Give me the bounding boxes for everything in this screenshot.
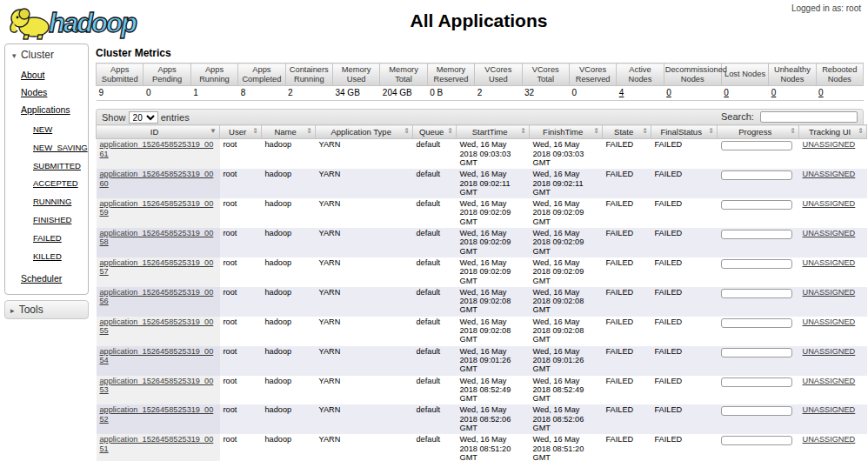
sidebar-item-state-finished[interactable]: FINISHED: [33, 215, 71, 224]
page-length-control: Show 20 entries: [102, 111, 190, 124]
column-header-queue[interactable]: ⇕Queue: [413, 125, 457, 139]
application-id-link[interactable]: application_1526458525319_0054: [100, 347, 214, 364]
user-cell: root: [220, 228, 262, 257]
tracking-ui-link[interactable]: UNASSIGNED: [803, 347, 856, 356]
sidebar-item-state-accepted[interactable]: ACCEPTED: [33, 178, 78, 188]
table-row: application_1526458525319_0056 root hado…: [97, 287, 867, 317]
progress-bar: [721, 141, 792, 150]
tracking-ui-cell: UNASSIGNED: [799, 317, 867, 346]
application-id-link[interactable]: application_1526458525319_0053: [100, 377, 214, 394]
column-header-application-type[interactable]: ⇕Application Type: [316, 125, 413, 139]
tracking-ui-link[interactable]: UNASSIGNED: [803, 435, 856, 444]
finalstatus-cell: FAILED: [651, 346, 718, 376]
column-header-progress[interactable]: ⇕Progress: [718, 125, 799, 139]
application-id-link[interactable]: application_1526458525319_0052: [100, 405, 214, 423]
tracking-ui-link[interactable]: UNASSIGNED: [803, 405, 856, 414]
finalstatus-cell: FAILED: [651, 404, 718, 434]
application-type-cell: YARN: [316, 317, 413, 346]
metric-header: Apps Pending: [144, 63, 190, 86]
metric-decommissioned-nodes-link[interactable]: 0: [666, 88, 671, 97]
metric-rebooted-nodes-link[interactable]: 0: [818, 88, 824, 97]
user-cell: root: [220, 287, 262, 317]
metric-vcores-used: 2: [475, 86, 522, 101]
sort-both-icon: ⇕: [252, 127, 258, 136]
sidebar-item-nodes[interactable]: Nodes: [21, 87, 47, 97]
progress-bar: [721, 230, 792, 239]
metric-header: Rebooted Nodes: [816, 63, 863, 86]
sidebar-item-about[interactable]: About: [21, 70, 44, 80]
column-header-user[interactable]: ⇕User: [220, 125, 262, 139]
sort-both-icon: ⇕: [593, 127, 599, 136]
application-id-link[interactable]: application_1526458525319_0057: [100, 258, 214, 276]
sidebar-item-applications[interactable]: Applications: [21, 104, 70, 115]
column-header-finalstatus[interactable]: ⇕FinalStatus: [651, 125, 718, 139]
column-header-finishtime[interactable]: ⇕FinishTime: [530, 125, 603, 139]
column-header-tracking-ui[interactable]: ⇕Tracking UI: [799, 125, 867, 139]
finishtime-cell: Wed, 16 May 2018 08:51:20 GMT: [530, 434, 603, 461]
state-cell: FAILED: [603, 139, 651, 169]
metric-lost-nodes-link[interactable]: 0: [724, 88, 729, 97]
sidebar-item-scheduler[interactable]: Scheduler: [21, 273, 62, 284]
page-length-select[interactable]: 20: [129, 111, 158, 124]
applications-block: Show 20 entries Search:: [96, 109, 864, 461]
column-header-name[interactable]: ⇕Name: [262, 125, 316, 139]
progress-cell: [718, 169, 799, 198]
metrics-values-row: 9 0 1 8 2 34 GB 204 GB 0 B 2 32 0 4 0 0 …: [97, 86, 864, 101]
tools-panel-header[interactable]: ▸ Tools: [4, 300, 89, 319]
sidebar-item-state-running[interactable]: RUNNING: [33, 197, 71, 206]
cluster-panel: ▾ Cluster About Nodes Applications NEW N…: [4, 43, 89, 295]
name-cell: hadoop: [262, 346, 316, 376]
sidebar-item-state-submitted[interactable]: SUBMITTED: [33, 161, 81, 170]
metric-header: Lost Nodes: [721, 63, 768, 86]
application-id-link[interactable]: application_1526458525319_0059: [100, 199, 214, 217]
metric-apps-completed: 8: [238, 86, 285, 101]
sidebar-item-state-new[interactable]: NEW: [33, 124, 52, 134]
starttime-cell: Wed, 16 May 2018 09:02:09 GMT: [457, 198, 530, 228]
progress-bar: [721, 348, 792, 357]
starttime-cell: Wed, 16 May 2018 09:02:09 GMT: [457, 257, 530, 287]
sort-both-icon: ⇕: [520, 127, 526, 136]
metric-unhealthy-nodes-link[interactable]: 0: [771, 88, 777, 97]
application-id-link[interactable]: application_1526458525319_0061: [100, 140, 214, 157]
tracking-ui-link[interactable]: UNASSIGNED: [803, 229, 856, 237]
metric-header: Memory Total: [380, 63, 427, 86]
finishtime-cell: Wed, 16 May 2018 09:02:09 GMT: [530, 198, 603, 228]
progress-bar: [721, 406, 792, 416]
application-id-link[interactable]: application_1526458525319_0060: [100, 170, 214, 187]
metric-header: Apps Completed: [238, 63, 285, 86]
table-row: application_1526458525319_0054 root hado…: [97, 346, 867, 376]
state-cell: FAILED: [603, 346, 651, 376]
progress-cell: [718, 346, 799, 376]
tracking-ui-link[interactable]: UNASSIGNED: [803, 288, 856, 297]
tracking-ui-link[interactable]: UNASSIGNED: [803, 258, 856, 267]
application-id-link[interactable]: application_1526458525319_0058: [100, 229, 214, 246]
application-id-link[interactable]: application_1526458525319_0051: [100, 435, 214, 452]
state-cell: FAILED: [603, 404, 651, 434]
starttime-cell: Wed, 16 May 2018 09:02:11 GMT: [457, 169, 530, 198]
column-header-state[interactable]: ⇕State: [603, 125, 651, 139]
column-header-id[interactable]: ▼ID: [97, 125, 220, 139]
application-id-link[interactable]: application_1526458525319_0056: [100, 288, 214, 305]
sidebar-item-state-failed[interactable]: FAILED: [33, 233, 62, 243]
search-input[interactable]: [760, 111, 858, 123]
queue-cell: default: [413, 317, 457, 346]
metric-active-nodes-link[interactable]: 4: [619, 88, 624, 97]
application-type-cell: YARN: [316, 287, 413, 317]
progress-cell: [718, 317, 799, 346]
tracking-ui-link[interactable]: UNASSIGNED: [803, 199, 856, 208]
sidebar-item-state-killed[interactable]: KILLED: [33, 251, 62, 261]
tracking-ui-link[interactable]: UNASSIGNED: [803, 377, 856, 385]
tracking-ui-link[interactable]: UNASSIGNED: [803, 317, 856, 326]
metric-memory-reserved: 0 B: [427, 86, 474, 101]
application-id-link[interactable]: application_1526458525319_0055: [100, 317, 214, 335]
name-cell: hadoop: [262, 317, 316, 346]
sidebar-item-state-new-saving[interactable]: NEW_SAVING: [33, 143, 88, 152]
sort-both-icon: ⇕: [306, 127, 312, 136]
finalstatus-cell: FAILED: [651, 169, 718, 198]
progress-bar: [721, 170, 792, 180]
tracking-ui-link[interactable]: UNASSIGNED: [803, 140, 856, 149]
cluster-panel-label: Cluster: [21, 49, 54, 61]
column-header-starttime[interactable]: ⇕StartTime: [457, 125, 530, 139]
cluster-panel-header[interactable]: ▾ Cluster: [12, 49, 84, 61]
tracking-ui-link[interactable]: UNASSIGNED: [803, 170, 856, 178]
